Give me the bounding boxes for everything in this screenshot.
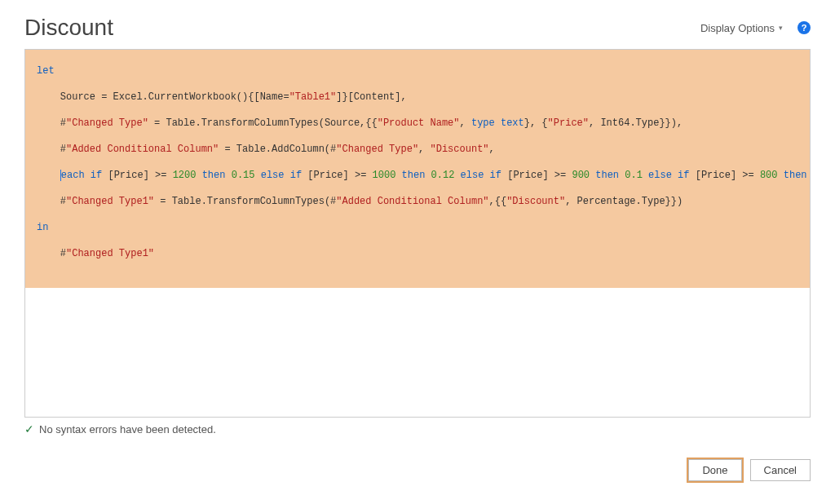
page-title: Discount	[24, 15, 113, 41]
status-text: No syntax errors have been detected.	[39, 423, 216, 435]
display-options-label: Display Options	[700, 22, 775, 34]
chevron-down-icon: ▾	[779, 24, 783, 32]
header: Discount Display Options ▾ ?	[0, 0, 835, 49]
help-icon[interactable]: ?	[797, 21, 811, 34]
status-bar: ✓ No syntax errors have been detected.	[24, 422, 811, 435]
code-lines: let Source = Excel.CurrentWorkbook(){[Na…	[35, 50, 810, 288]
display-options-dropdown[interactable]: Display Options ▾	[700, 22, 783, 34]
code-block: let Source = Excel.CurrentWorkbook(){[Na…	[25, 50, 810, 288]
footer-buttons: Done Cancel	[688, 459, 811, 481]
header-actions: Display Options ▾ ?	[700, 21, 811, 34]
check-icon: ✓	[24, 422, 34, 435]
cancel-button[interactable]: Cancel	[750, 459, 811, 481]
code-editor[interactable]: let Source = Excel.CurrentWorkbook(){[Na…	[24, 49, 811, 418]
code-gutter	[25, 50, 35, 288]
done-button[interactable]: Done	[688, 459, 741, 481]
